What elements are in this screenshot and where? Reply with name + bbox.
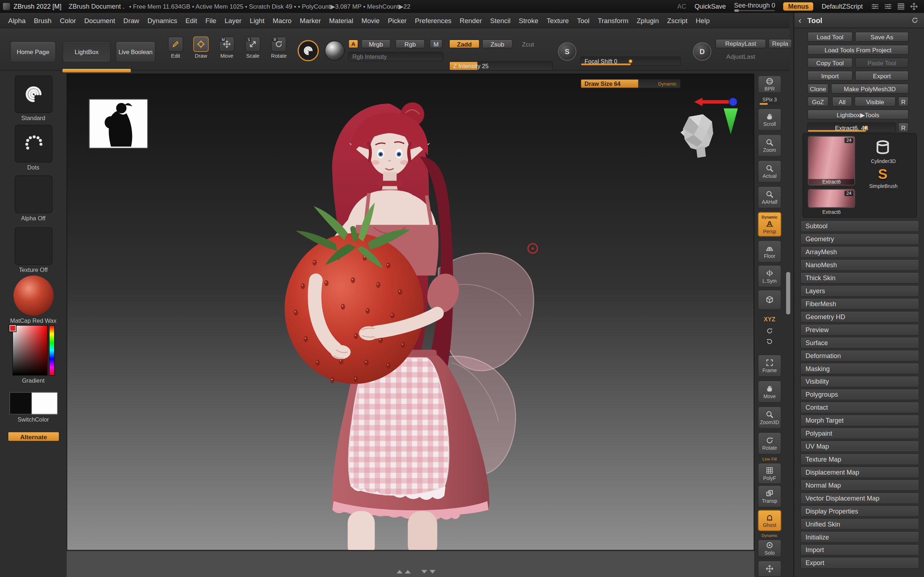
second-tool-thumbnail[interactable]: 24: [808, 189, 855, 208]
dock-right-icon[interactable]: [884, 3, 892, 11]
tool-section-nanomesh[interactable]: NanoMesh: [800, 259, 919, 271]
tool-section-deformation[interactable]: Deformation: [800, 350, 919, 362]
aahalf-button[interactable]: AAHalf: [758, 186, 782, 208]
tool-section-fibermesh[interactable]: FiberMesh: [800, 298, 919, 310]
menu-alpha[interactable]: Alpha: [8, 17, 26, 24]
tool-section-geometry[interactable]: Geometry: [800, 233, 919, 245]
canvas-viewport[interactable]: [66, 74, 754, 550]
menu-macro[interactable]: Macro: [273, 17, 292, 24]
live-boolean-button[interactable]: Live Boolean: [115, 41, 155, 62]
menu-zscript[interactable]: Zscript: [667, 17, 687, 24]
local-symmetry-button[interactable]: L.Sym: [758, 265, 782, 287]
default-zscript-button[interactable]: DefaultZScript: [822, 3, 863, 10]
menu-dynamics[interactable]: Dynamics: [148, 17, 177, 24]
extract-r-button[interactable]: R: [898, 122, 908, 133]
rotate-cw-button[interactable]: [758, 337, 782, 346]
menu-layer[interactable]: Layer: [225, 17, 241, 24]
tool-section-polypaint[interactable]: Polypaint: [800, 427, 919, 439]
ghost-button[interactable]: Ghost: [758, 510, 782, 531]
menu-draw[interactable]: Draw: [123, 17, 139, 24]
cylinder3d-thumbnail[interactable]: [866, 136, 900, 158]
switch-color[interactable]: SwitchColor: [0, 392, 66, 423]
move-canvas-button[interactable]: Move: [758, 380, 782, 403]
menu-color[interactable]: Color: [60, 17, 76, 24]
current-color-swatch[interactable]: [10, 325, 16, 331]
focal-shift-slider[interactable]: Focal Shift 0: [580, 56, 681, 66]
edit-button[interactable]: Edit: [168, 36, 183, 59]
restore-config-icon[interactable]: [911, 16, 919, 24]
persp-button[interactable]: Dynamic Persp: [758, 212, 782, 237]
tool-section-morph-target[interactable]: Morph Target: [800, 414, 919, 426]
menus-button[interactable]: Menus: [783, 3, 814, 11]
load-tool-button[interactable]: Load Tool: [808, 32, 853, 42]
material-slot[interactable]: MatCap Red Wax: [0, 276, 66, 324]
local-pivot-button[interactable]: [758, 290, 782, 310]
stroke-d-button[interactable]: D: [693, 43, 711, 61]
tool-section-masking[interactable]: Masking: [800, 363, 919, 375]
draw-size-slider[interactable]: Draw Size 64 Dynamic: [580, 79, 681, 89]
goz-button[interactable]: GoZ: [808, 97, 829, 107]
tool-section-import[interactable]: Import: [800, 544, 919, 556]
menu-picker[interactable]: Picker: [388, 17, 406, 24]
tool-section-contact[interactable]: Contact: [800, 401, 919, 413]
see-through-slider[interactable]: See-through 0: [734, 2, 775, 11]
sculpt-model[interactable]: [279, 86, 609, 550]
tool-section-display-properties[interactable]: Display Properties: [800, 505, 919, 517]
zoom-button[interactable]: Zoom: [758, 134, 782, 156]
pivot-target-ring[interactable]: [527, 243, 538, 253]
model-strawberry[interactable]: [285, 203, 424, 384]
material-a-toggle[interactable]: A: [348, 39, 359, 48]
floor-button[interactable]: Floor: [758, 240, 782, 263]
menu-movie[interactable]: Movie: [362, 17, 380, 24]
tool-section-arraymesh[interactable]: ArrayMesh: [800, 246, 919, 258]
polyframe-button[interactable]: PolyF: [758, 463, 782, 484]
solo-button[interactable]: Solo: [758, 540, 782, 557]
tool-section-surface[interactable]: Surface: [800, 337, 919, 349]
export-tool-button[interactable]: Export: [855, 71, 909, 81]
tool-section-texture-map[interactable]: Texture Map: [800, 453, 919, 465]
canvas-vertical-scrollbar[interactable]: [786, 272, 790, 314]
menu-texture[interactable]: Texture: [546, 17, 569, 24]
color-picker[interactable]: Gradient: [0, 325, 66, 384]
secondary-color-swatch[interactable]: [31, 392, 57, 414]
stroke-slot[interactable]: Dots: [0, 125, 66, 171]
current-brush-preview[interactable]: [297, 40, 319, 61]
menu-render[interactable]: Render: [460, 17, 482, 24]
scroll-button[interactable]: Scroll: [758, 108, 782, 131]
lightbox-button[interactable]: LightBox: [63, 41, 111, 62]
quicksave-button[interactable]: QuickSave: [695, 3, 726, 10]
replay-last-button[interactable]: ReplayLast: [716, 39, 766, 48]
rotate-button[interactable]: R Rotate: [271, 36, 287, 59]
zadd-button[interactable]: Zadd: [449, 39, 480, 48]
m-button[interactable]: M: [430, 39, 443, 48]
menu-document[interactable]: Document: [84, 17, 115, 24]
actual-button[interactable]: Actual: [758, 160, 782, 182]
hscroll-arrows[interactable]: [397, 570, 436, 574]
rotate-canvas-button[interactable]: Rotate: [758, 432, 782, 455]
tool-section-thick-skin[interactable]: Thick Skin: [800, 272, 919, 284]
rgb-intensity-slider[interactable]: Rgb Intensity: [348, 52, 443, 61]
primary-color-swatch[interactable]: [9, 392, 31, 414]
menu-light[interactable]: Light: [250, 17, 265, 24]
stroke-type-button[interactable]: S: [558, 43, 577, 61]
collapse-arrow-icon[interactable]: ‹: [798, 15, 801, 25]
menu-tool[interactable]: Tool: [577, 17, 590, 24]
clone-button[interactable]: Clone: [808, 84, 829, 94]
document-thumbnail[interactable]: [89, 99, 148, 148]
transp-button[interactable]: Transp: [758, 485, 782, 508]
copy-tool-button[interactable]: Copy Tool: [808, 58, 853, 68]
import-tool-button[interactable]: Import: [808, 71, 853, 81]
tool-section-geometry-hd[interactable]: Geometry HD: [800, 311, 919, 323]
menu-file[interactable]: File: [205, 17, 216, 24]
tool-section-subtool[interactable]: Subtool: [800, 220, 919, 232]
lightbox-tools-button[interactable]: Lightbox▶Tools: [808, 110, 909, 120]
dock-left-icon[interactable]: [871, 3, 879, 11]
extract-thickness-slider[interactable]: Extract6. 48: [808, 122, 896, 133]
menu-preferences[interactable]: Preferences: [415, 17, 451, 24]
menu-transform[interactable]: Transform: [598, 17, 628, 24]
menu-stencil[interactable]: Stencil: [490, 17, 510, 24]
zcut-button[interactable]: Zcut: [517, 39, 538, 48]
scale-button[interactable]: S Scale: [245, 36, 260, 59]
tool-section-uv-map[interactable]: UV Map: [800, 440, 919, 452]
alpha-slot[interactable]: Alpha Off: [0, 176, 66, 221]
